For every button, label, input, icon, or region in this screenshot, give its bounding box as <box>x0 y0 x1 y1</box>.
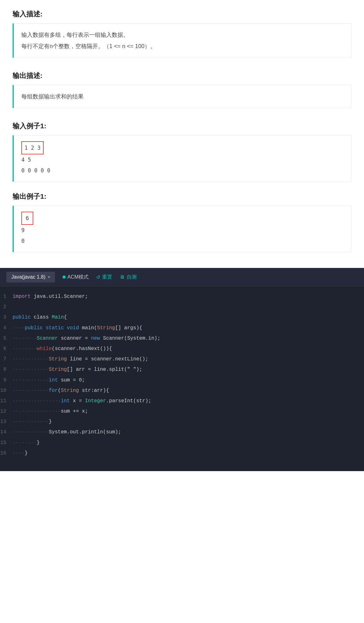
output-example-box: 6 9 0 <box>13 206 351 252</box>
output-example-line-2: 9 <box>21 225 344 236</box>
code-line: 13············} <box>0 417 364 427</box>
code-token: ················ <box>13 409 61 414</box>
code-token: void <box>67 325 79 331</box>
test-button[interactable]: 🖥 自测 <box>120 274 137 281</box>
input-example-box: 1 2 3 4 5 0 0 0 0 0 <box>13 135 351 182</box>
code-token: scanner = <box>58 336 91 341</box>
top-section: 输入描述: 输入数据有多组，每行表示一组输入数据。 每行不定有n个整数，空格隔开… <box>0 0 364 259</box>
input-example-title: 输入例子1: <box>13 121 351 131</box>
input-desc-title: 输入描述: <box>13 9 351 19</box>
line-content: import java.util.Scanner; <box>13 292 88 301</box>
line-number: 12 <box>0 407 13 416</box>
input-example-line-1: 1 2 3 <box>21 141 344 154</box>
line-content: ····} <box>13 449 28 458</box>
code-token: ···· <box>13 325 24 331</box>
line-number: 16 <box>0 449 13 458</box>
code-line: 14············System.out.println(sum); <box>0 427 364 437</box>
line-number: 9 <box>0 376 13 385</box>
chevron-down-icon: ▾ <box>48 275 50 279</box>
code-line: 5········Scanner scanner = new Scanner(S… <box>0 333 364 344</box>
reset-icon: ↺ <box>96 274 100 280</box>
acm-mode-indicator: ACM模式 <box>62 274 89 281</box>
code-token: ············ <box>13 356 49 362</box>
line-content: ····public static void main(String[] arg… <box>13 324 142 332</box>
code-token: ············ <box>13 429 49 435</box>
code-token: { <box>64 314 67 320</box>
code-token: ················ <box>13 398 61 404</box>
line-content: ············String[] arr = line.split(" … <box>13 365 142 374</box>
language-selector[interactable]: Java(javac 1.8) ▾ <box>6 272 55 282</box>
code-token: [] arr = line.split(" "); <box>67 367 142 372</box>
line-number: 1 <box>0 292 13 301</box>
code-line: 11················int x = Integer.parseI… <box>0 396 364 406</box>
line-content: ········} <box>13 439 40 447</box>
code-token: x = <box>70 398 85 404</box>
code-token: sum = <box>58 377 79 383</box>
code-line: 3public class Main{ <box>0 312 364 323</box>
line-content: ········while(scanner.hasNext()){ <box>13 345 112 353</box>
line-content: public class Main{ <box>13 313 67 322</box>
code-token: ···· <box>13 450 24 456</box>
code-toolbar: Java(javac 1.8) ▾ ACM模式 ↺ 重置 🖥 自测 <box>0 268 364 286</box>
test-label: 自测 <box>127 274 137 281</box>
line-content: ············int sum = 0; <box>13 376 85 385</box>
code-token: String <box>61 388 79 393</box>
input-desc-line1: 输入数据有多组，每行表示一组输入数据。 <box>21 29 344 41</box>
code-line: 12················sum += x; <box>0 406 364 417</box>
code-token: ········ <box>13 346 37 352</box>
code-token: public <box>13 314 31 320</box>
line-number: 8 <box>0 365 13 374</box>
code-token: int <box>61 398 70 404</box>
line-number: 14 <box>0 428 13 437</box>
code-token: String <box>49 367 67 372</box>
code-token: .parseInt(str); <box>106 398 151 404</box>
code-token: (scanner.hasNext()){ <box>52 346 112 352</box>
code-token: main( <box>79 325 97 331</box>
code-token: } <box>37 440 40 446</box>
code-token: new <box>91 336 100 341</box>
input-desc-box: 输入数据有多组，每行表示一组输入数据。 每行不定有n个整数，空格隔开。（1 <=… <box>13 23 351 58</box>
output-example-highlighted: 6 <box>21 212 33 225</box>
output-desc-line1: 每组数据输出求和的结果 <box>21 91 344 102</box>
output-example-line-3: 0 <box>21 236 344 246</box>
code-token: java.util.Scanner; <box>31 294 88 299</box>
input-example-line-3: 0 0 0 0 0 <box>21 165 344 176</box>
code-token: Scanner(System.in); <box>100 336 160 341</box>
code-token: ········ <box>13 440 37 446</box>
code-line: 9············int sum = 0; <box>0 375 364 386</box>
code-token: ············ <box>13 377 49 383</box>
input-desc-line2: 每行不定有n个整数，空格隔开。（1 <= n <= 100）。 <box>21 41 344 52</box>
code-token: } <box>24 450 28 456</box>
code-token: line = scanner.nextLine(); <box>67 356 148 362</box>
code-token: ; <box>82 377 85 383</box>
code-token: ············ <box>13 367 49 372</box>
code-line: 6········while(scanner.hasNext()){ <box>0 344 364 354</box>
code-token: static <box>43 325 67 331</box>
code-token: for <box>49 388 58 393</box>
code-token: System.out.println(sum); <box>49 429 121 435</box>
line-number: 4 <box>0 324 13 332</box>
code-token: ············ <box>13 419 49 425</box>
code-token: str:arr){ <box>79 388 109 393</box>
line-number: 3 <box>0 313 13 322</box>
code-line: 10············for(String str:arr){ <box>0 386 364 396</box>
input-example-highlighted: 1 2 3 <box>21 141 44 154</box>
code-token: ············ <box>13 388 49 393</box>
code-token: 0 <box>79 377 82 383</box>
reset-label: 重置 <box>102 274 112 281</box>
line-content: ············String line = scanner.nextLi… <box>13 355 148 364</box>
code-line: 7············String line = scanner.nextL… <box>0 354 364 364</box>
code-token: int <box>49 377 58 383</box>
code-line: 1import java.util.Scanner; <box>0 292 364 302</box>
line-number: 6 <box>0 345 13 353</box>
code-line: 2 <box>0 302 364 312</box>
code-token: class <box>31 314 52 320</box>
output-example-line-1: 6 <box>21 212 344 225</box>
line-number: 11 <box>0 397 13 405</box>
line-number: 5 <box>0 334 13 343</box>
reset-button[interactable]: ↺ 重置 <box>96 274 112 281</box>
line-content: ········Scanner scanner = new Scanner(Sy… <box>13 334 160 343</box>
code-token: ( <box>58 388 61 393</box>
test-icon: 🖥 <box>120 274 125 280</box>
code-editor: Java(javac 1.8) ▾ ACM模式 ↺ 重置 🖥 自测 1impor… <box>0 268 364 471</box>
